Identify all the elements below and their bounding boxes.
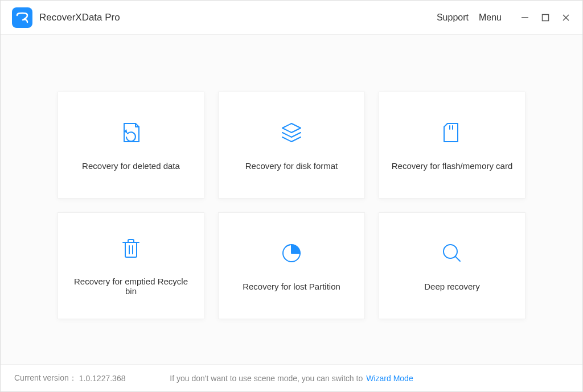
- card-label: Recovery for disk format: [245, 161, 338, 171]
- card-disk-format[interactable]: Recovery for disk format: [218, 92, 365, 199]
- card-flash-memory[interactable]: Recovery for flash/memory card: [379, 92, 525, 199]
- titlebar: RecoverXData Pro Support Menu: [1, 1, 582, 35]
- svg-marker-4: [282, 123, 301, 133]
- menu-link[interactable]: Menu: [479, 13, 502, 23]
- card-label: Recovery for deleted data: [82, 161, 180, 171]
- restore-file-icon: [118, 120, 143, 147]
- card-lost-partition[interactable]: Recovery for lost Partition: [218, 212, 365, 319]
- layers-icon: [279, 120, 304, 147]
- support-link[interactable]: Support: [437, 13, 469, 23]
- version-label: Current version：: [14, 373, 77, 383]
- card-deleted-data[interactable]: Recovery for deleted data: [58, 92, 204, 199]
- footer-center: If you don't want to use scene mode, you…: [170, 374, 413, 383]
- card-deep-recovery[interactable]: Deep recovery: [379, 212, 525, 319]
- minimize-button[interactable]: [520, 13, 530, 23]
- magnifier-icon: [440, 241, 465, 268]
- app-title: RecoverXData Pro: [39, 12, 120, 23]
- window-controls: [520, 13, 571, 23]
- version-value: 1.0.1227.368: [79, 374, 126, 383]
- card-recycle-bin[interactable]: Recovery for emptied Recycle bin: [58, 212, 204, 319]
- main-content: Recovery for deleted data Recovery for d…: [1, 35, 582, 364]
- app-window: RecoverXData Pro Support Menu: [0, 0, 583, 392]
- sd-card-icon: [440, 120, 465, 147]
- card-label: Recovery for flash/memory card: [392, 161, 513, 171]
- maximize-button[interactable]: [540, 13, 551, 23]
- footer-hint: If you don't want to use scene mode, you…: [170, 374, 363, 383]
- app-logo-icon: [12, 7, 32, 28]
- wizard-mode-link[interactable]: Wizard Mode: [366, 374, 413, 383]
- pie-chart-icon: [279, 241, 304, 268]
- recovery-grid: Recovery for deleted data Recovery for d…: [58, 92, 525, 319]
- card-label: Recovery for lost Partition: [243, 282, 340, 291]
- svg-rect-1: [543, 14, 549, 20]
- card-label: Deep recovery: [424, 282, 480, 291]
- svg-line-11: [455, 257, 460, 261]
- trash-icon: [118, 236, 143, 263]
- footer: Current version： 1.0.1227.368 If you don…: [1, 364, 582, 391]
- close-button[interactable]: [561, 13, 571, 23]
- titlebar-right: Support Menu: [437, 13, 571, 23]
- card-label: Recovery for emptied Recycle bin: [69, 277, 192, 296]
